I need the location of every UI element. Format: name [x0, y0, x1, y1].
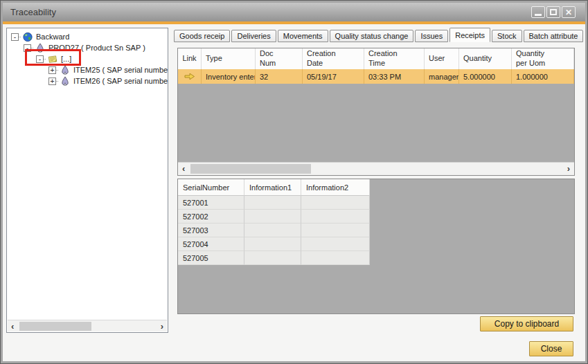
- tree-node-item25[interactable]: + ITEM25 ( SAP serial numbe: [7, 64, 168, 75]
- tree-node-item26[interactable]: + ITEM26 ( SAP serial numbe: [7, 75, 168, 87]
- close-button[interactable]: Close: [529, 341, 573, 356]
- information1-cell: [244, 251, 301, 265]
- scrollbar-thumb[interactable]: [19, 322, 91, 331]
- maximize-icon: [550, 9, 557, 15]
- note-icon: [47, 54, 58, 64]
- copy-to-clipboard-button[interactable]: Copy to clipboard: [480, 316, 573, 331]
- tree-connector: [31, 48, 33, 48]
- receipts-grid: Link Type Doc Num Creation Date Creation…: [177, 48, 575, 176]
- receipts-grid-header: Link Type Doc Num Creation Date Creation…: [178, 48, 574, 69]
- column-header-serial-number[interactable]: SerialNumber: [178, 179, 244, 196]
- tab-movements[interactable]: Movements: [278, 30, 328, 42]
- tree-node-label[interactable]: ITEM25 ( SAP serial numbe: [73, 66, 168, 74]
- scroll-right-icon[interactable]: ›: [567, 163, 570, 174]
- information1-cell: [244, 210, 301, 224]
- scroll-left-icon[interactable]: ‹: [182, 163, 185, 174]
- tree-node-label[interactable]: PROD27 ( Product Sn SAP ): [48, 44, 145, 52]
- tree-connector: [56, 81, 58, 82]
- column-header-information1[interactable]: Information1: [244, 179, 301, 196]
- column-header-quantity-per-uom[interactable]: Quantity per Uom: [512, 48, 574, 69]
- tree: - Backward - PROD27 ( Product Sn SAP ): [7, 31, 168, 87]
- tab-quality-status-change[interactable]: Quality status change: [330, 30, 414, 42]
- column-header-information2[interactable]: Information2: [301, 179, 370, 196]
- tree-node-backward[interactable]: - Backward: [7, 31, 168, 42]
- serials-grid: SerialNumber Information1 Information2 5…: [177, 179, 575, 314]
- tree-connector: [19, 37, 21, 37]
- tab-batch-attribute[interactable]: Batch attribute: [524, 30, 584, 42]
- tab-goods-receipt[interactable]: Goods receip: [174, 30, 230, 42]
- tree-connector: [44, 59, 46, 60]
- grid-empty-area: [178, 84, 574, 162]
- window-title: Traceability: [10, 7, 56, 17]
- maximize-button[interactable]: [546, 6, 560, 18]
- serial-row[interactable]: 527005: [178, 251, 370, 265]
- column-header-quantity[interactable]: Quantity: [459, 48, 512, 69]
- doc-num-cell: 32: [256, 69, 303, 84]
- serial-cell: 527003: [178, 224, 244, 237]
- cone-icon: [35, 43, 46, 53]
- close-icon: ✕: [565, 8, 572, 17]
- quantity-cell: 5.000000: [459, 69, 512, 84]
- tree-node-batch[interactable]: - [...]: [7, 53, 168, 64]
- information1-cell: [244, 224, 301, 237]
- minimize-button[interactable]: [531, 6, 545, 18]
- information2-cell: [301, 210, 370, 224]
- column-header-creation-time[interactable]: Creation Time: [364, 48, 425, 69]
- column-header-link[interactable]: Link: [178, 48, 202, 69]
- information2-cell: [301, 196, 370, 210]
- scroll-left-icon[interactable]: ‹: [11, 320, 14, 332]
- user-cell: manager: [425, 69, 459, 84]
- tab-deliveries[interactable]: Deliveries: [231, 30, 276, 42]
- information2-cell: [301, 237, 370, 251]
- column-header-creation-date[interactable]: Creation Date: [303, 48, 364, 69]
- tree-node-label[interactable]: [...]: [61, 55, 71, 63]
- tab-issues[interactable]: Issues: [415, 30, 448, 42]
- creation-time-cell: 03:33 PM: [364, 69, 425, 84]
- information2-cell: [301, 251, 370, 265]
- link-cell[interactable]: [178, 69, 202, 84]
- serials-header: SerialNumber Information1 Information2: [178, 179, 370, 196]
- column-header-user[interactable]: User: [425, 48, 459, 69]
- globe-icon: [22, 32, 33, 42]
- minimize-icon: [535, 14, 542, 16]
- receipts-row[interactable]: Inventory enter 32 05/19/17 03:33 PM man…: [178, 69, 574, 84]
- tree-horizontal-scrollbar[interactable]: ‹ ›: [8, 320, 167, 331]
- serial-row[interactable]: 527004: [178, 237, 370, 251]
- scroll-right-icon[interactable]: ›: [161, 320, 163, 332]
- information1-cell: [244, 196, 301, 210]
- tabstrip: Goods receip Deliveries Movements Qualit…: [174, 28, 583, 42]
- expand-icon[interactable]: +: [48, 66, 56, 74]
- expand-icon[interactable]: +: [48, 78, 56, 85]
- serial-cell: 527004: [178, 237, 244, 251]
- column-header-type[interactable]: Type: [202, 48, 256, 69]
- collapse-icon[interactable]: -: [36, 55, 44, 63]
- serial-cell: 527005: [178, 251, 244, 265]
- tree-node-label[interactable]: ITEM26 ( SAP serial numbe: [73, 77, 168, 85]
- serial-row[interactable]: 527001: [178, 196, 370, 210]
- quantity-per-uom-cell: 1.000000: [512, 69, 574, 84]
- column-header-doc-num[interactable]: Doc Num: [256, 48, 303, 69]
- creation-date-cell: 05/19/17: [303, 69, 364, 84]
- serial-row[interactable]: 527002: [178, 210, 370, 224]
- scrollbar-thumb[interactable]: [190, 164, 311, 174]
- cone-icon: [60, 65, 71, 75]
- link-arrow-icon[interactable]: [184, 73, 195, 80]
- traceability-window: Traceability ✕ - Backward -: [0, 0, 588, 364]
- collapse-icon[interactable]: -: [11, 33, 19, 41]
- titlebar[interactable]: Traceability: [3, 3, 585, 21]
- tree-node-label[interactable]: Backward: [36, 33, 69, 41]
- information1-cell: [244, 237, 301, 251]
- tree-connector: [56, 70, 58, 71]
- serial-row[interactable]: 527003: [178, 224, 370, 237]
- tab-stock[interactable]: Stock: [492, 30, 522, 42]
- traceability-tree-panel: - Backward - PROD27 ( Product Sn SAP ): [6, 28, 168, 333]
- information2-cell: [301, 224, 370, 237]
- serial-cell: 527001: [178, 196, 244, 210]
- receipts-horizontal-scrollbar[interactable]: ‹ ›: [178, 162, 574, 175]
- serial-cell: 527002: [178, 210, 244, 224]
- collapse-icon[interactable]: -: [24, 44, 31, 52]
- close-window-button[interactable]: ✕: [562, 6, 576, 18]
- cone-icon: [60, 76, 71, 87]
- tab-receipts[interactable]: Receipts: [449, 28, 490, 42]
- tree-node-prod27[interactable]: - PROD27 ( Product Sn SAP ): [7, 42, 168, 53]
